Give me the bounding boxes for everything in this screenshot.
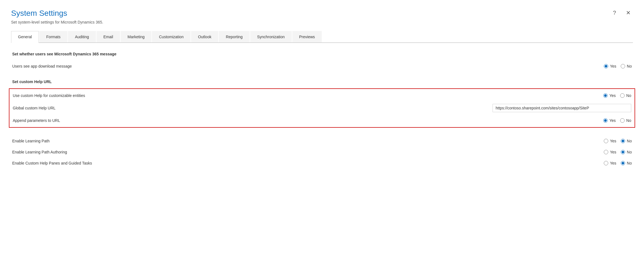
help-button[interactable]: ? (611, 9, 618, 17)
section-learning: Enable Learning Path Yes No (12, 135, 632, 169)
content-area: Set whether users see Microsoft Dynamics… (11, 52, 633, 169)
setting-label-custom-help-panes: Enable Custom Help Panes and Guided Task… (12, 161, 549, 165)
radio-yes-label-custom-help: Yes (609, 93, 616, 98)
radio-yes-label-custom-panes: Yes (610, 161, 616, 165)
radio-group-append-params: Yes No (603, 118, 631, 123)
setting-row-global-help-url: Global custom Help URL (13, 101, 631, 115)
radio-no-input-append-params[interactable] (620, 118, 625, 123)
tab-customization[interactable]: Customization (152, 31, 191, 42)
radio-no-custom-help[interactable]: No (620, 93, 631, 98)
radio-yes-learning-path[interactable]: Yes (604, 139, 616, 143)
setting-control-learning-path: Yes No (549, 139, 632, 143)
section-dynamics-message-title: Set whether users see Microsoft Dynamics… (12, 52, 632, 56)
radio-group-learning-path-authoring: Yes No (604, 150, 632, 154)
radio-no-learning-path[interactable]: No (621, 139, 632, 143)
radio-no-label-app-download: No (627, 64, 632, 68)
radio-yes-custom-help[interactable]: Yes (603, 93, 616, 98)
setting-control-app-download: Yes No (549, 64, 632, 68)
radio-yes-label-learning-authoring: Yes (610, 150, 616, 154)
radio-no-label-learning-authoring: No (627, 150, 632, 154)
tab-formats[interactable]: Formats (39, 31, 67, 42)
radio-yes-custom-panes[interactable]: Yes (604, 161, 616, 165)
section-custom-help-title: Set custom Help URL (12, 79, 632, 84)
radio-yes-input-custom-panes[interactable] (604, 161, 608, 165)
radio-no-label-custom-panes: No (627, 161, 632, 165)
radio-group-learning-path: Yes No (604, 139, 632, 143)
setting-label-learning-path: Enable Learning Path (12, 139, 549, 143)
radio-no-label-append-params: No (626, 118, 631, 123)
radio-no-input-custom-panes[interactable] (621, 161, 625, 165)
radio-yes-app-download[interactable]: Yes (604, 64, 616, 68)
radio-no-input-custom-help[interactable] (620, 93, 625, 98)
radio-no-input-learning-path[interactable] (621, 139, 625, 143)
setting-row-learning-path: Enable Learning Path Yes No (12, 135, 632, 147)
global-help-url-input[interactable] (493, 104, 631, 112)
radio-no-input-learning-authoring[interactable] (621, 150, 625, 154)
radio-group-app-download: Yes No (604, 64, 632, 68)
setting-row-custom-help-panes: Enable Custom Help Panes and Guided Task… (12, 158, 632, 169)
section-custom-help: Set custom Help URL Use custom Help for … (12, 79, 632, 128)
close-button[interactable]: ✕ (624, 8, 633, 17)
section-dynamics-message: Set whether users see Microsoft Dynamics… (12, 52, 632, 72)
radio-yes-label-learning-path: Yes (610, 139, 616, 143)
setting-control-global-help-url (493, 104, 631, 112)
tab-marketing[interactable]: Marketing (121, 31, 151, 42)
tabs-container: GeneralFormatsAuditingEmailMarketingCust… (11, 31, 633, 43)
radio-yes-input-learning-path[interactable] (604, 139, 608, 143)
setting-control-custom-help-entities: Yes No (548, 93, 631, 98)
dialog-container: ? ✕ System Settings Set system-level set… (0, 0, 644, 254)
radio-no-label-learning-path: No (627, 139, 632, 143)
tab-reporting[interactable]: Reporting (219, 31, 250, 42)
radio-group-custom-help-entities: Yes No (603, 93, 631, 98)
setting-label-learning-path-authoring: Enable Learning Path Authoring (12, 150, 549, 154)
radio-no-app-download[interactable]: No (621, 64, 632, 68)
radio-yes-append-params[interactable]: Yes (603, 118, 616, 123)
radio-no-learning-authoring[interactable]: No (621, 150, 632, 154)
setting-control-append-params: Yes No (548, 118, 631, 123)
radio-no-custom-panes[interactable]: No (621, 161, 632, 165)
setting-label-append-params: Append parameters to URL (13, 118, 548, 123)
radio-yes-input-learning-authoring[interactable] (604, 150, 608, 154)
radio-yes-learning-authoring[interactable]: Yes (604, 150, 616, 154)
tab-outlook[interactable]: Outlook (191, 31, 218, 42)
radio-no-input-app-download[interactable] (621, 64, 625, 68)
dialog-controls: ? ✕ (611, 8, 633, 17)
setting-label-app-download: Users see app download message (12, 64, 549, 68)
radio-no-label-custom-help: No (626, 93, 631, 98)
setting-row-append-params: Append parameters to URL Yes No (13, 115, 631, 126)
radio-group-custom-help-panes: Yes No (604, 161, 632, 165)
radio-yes-label-app-download: Yes (610, 64, 616, 68)
tab-general[interactable]: General (11, 31, 39, 43)
page-title: System Settings (11, 9, 633, 18)
tab-auditing[interactable]: Auditing (68, 31, 96, 42)
setting-label-custom-help-entities: Use custom Help for customizable entitie… (13, 93, 548, 98)
radio-yes-input-custom-help[interactable] (603, 93, 608, 98)
radio-yes-input-append-params[interactable] (603, 118, 608, 123)
dialog-header: System Settings Set system-level setting… (11, 9, 633, 24)
radio-no-append-params[interactable]: No (620, 118, 631, 123)
setting-label-global-help-url: Global custom Help URL (13, 106, 493, 110)
tab-previews[interactable]: Previews (292, 31, 322, 42)
highlighted-section: Use custom Help for customizable entitie… (9, 88, 635, 128)
setting-row-custom-help-entities: Use custom Help for customizable entitie… (13, 90, 631, 101)
setting-control-learning-path-authoring: Yes No (549, 150, 632, 154)
setting-row-learning-path-authoring: Enable Learning Path Authoring Yes No (12, 147, 632, 158)
setting-row-app-download: Users see app download message Yes No (12, 61, 632, 72)
radio-yes-label-append-params: Yes (609, 118, 616, 123)
radio-yes-input-app-download[interactable] (604, 64, 608, 68)
tab-synchronization[interactable]: Synchronization (250, 31, 292, 42)
tab-email[interactable]: Email (97, 31, 120, 42)
setting-control-custom-help-panes: Yes No (549, 161, 632, 165)
page-subtitle: Set system-level settings for Microsoft … (11, 20, 633, 24)
